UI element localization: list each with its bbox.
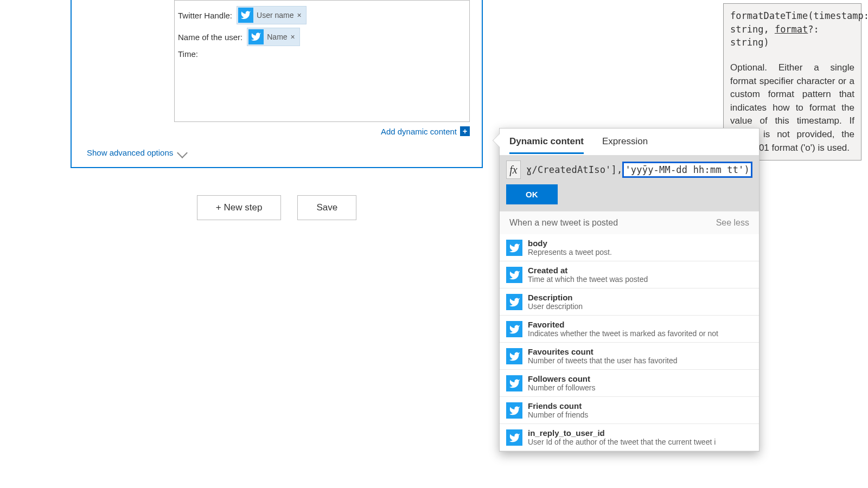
expr-highlight: 'yyȳy-MM-dd hh:mm tt') — [622, 162, 752, 178]
item-name: Friends count — [528, 401, 588, 410]
list-item[interactable]: Friends countNumber of friends — [500, 397, 759, 424]
tabs: Dynamic content Expression — [500, 129, 759, 154]
expression-input[interactable]: ɣ/CreatedAtIso'], 'yyȳy-MM-dd hh:mm tt') — [526, 162, 752, 178]
item-desc: User Id of the author of the tweet that … — [528, 438, 716, 446]
tab-expression[interactable]: Expression — [602, 136, 648, 154]
signature-text: formatDateTime(timestamp: string, format… — [730, 9, 854, 49]
chevron-down-icon — [177, 147, 188, 158]
twitter-icon — [506, 375, 522, 391]
item-desc: Indicates whether the tweet is marked as… — [528, 329, 718, 338]
item-desc: Time at which the tweet was posted — [528, 275, 648, 284]
fx-icon: fx — [506, 160, 521, 179]
expression-bar: fx ɣ/CreatedAtIso'], 'yyȳy-MM-dd hh:mm t… — [500, 155, 759, 184]
item-desc: User description — [528, 302, 583, 311]
save-button[interactable]: Save — [297, 195, 356, 220]
list-item[interactable]: DescriptionUser description — [500, 288, 759, 316]
field-label: Time: — [178, 49, 198, 59]
group-header: When a new tweet is posted See less — [500, 211, 759, 234]
action-card: Twitter Handle: User name × Name of the … — [71, 0, 483, 168]
plus-icon[interactable]: + — [460, 126, 470, 136]
twitter-icon — [506, 240, 522, 256]
item-name: Favourites count — [528, 347, 677, 356]
tab-dynamic-content[interactable]: Dynamic content — [509, 136, 584, 154]
advanced-label: Show advanced options — [87, 148, 173, 157]
item-name: Created at — [528, 266, 648, 275]
item-name: in_reply_to_user_id — [528, 428, 716, 438]
remove-icon[interactable]: × — [297, 11, 302, 20]
group-title: When a new tweet is posted — [509, 218, 618, 228]
step-buttons: + New step Save — [71, 195, 483, 220]
twitter-icon — [506, 321, 522, 337]
twitter-icon — [506, 348, 522, 364]
item-desc: Number of friends — [528, 410, 588, 419]
see-less-link[interactable]: See less — [716, 218, 749, 228]
field-name-of-user: Name of the user: Name × — [178, 28, 466, 46]
list-item[interactable]: Followers countNumber of followers — [500, 370, 759, 397]
field-label: Name of the user: — [178, 33, 242, 42]
list-item[interactable]: bodyRepresents a tweet post. — [500, 234, 759, 261]
ok-button[interactable]: OK — [506, 184, 558, 204]
item-name: Favorited — [528, 320, 718, 329]
twitter-icon — [248, 29, 264, 44]
panel-pointer — [493, 134, 500, 147]
token-text: Name — [267, 33, 287, 41]
new-step-button[interactable]: + New step — [197, 195, 282, 220]
field-time: Time: — [178, 49, 466, 59]
list-item[interactable]: Favourites countNumber of tweets that th… — [500, 343, 759, 370]
remove-icon[interactable]: × — [291, 33, 295, 41]
token-name[interactable]: Name × — [247, 28, 300, 46]
list-item[interactable]: in_reply_to_user_idUser Id of the author… — [500, 424, 759, 451]
field-label: Twitter Handle: — [178, 11, 232, 20]
dynamic-content-panel: Dynamic content Expression fx ɣ/CreatedA… — [499, 128, 760, 452]
field-twitter-handle: Twitter Handle: User name × — [178, 6, 466, 24]
dynamic-content-list[interactable]: bodyRepresents a tweet post.Created atTi… — [500, 234, 759, 451]
twitter-icon — [506, 429, 522, 446]
sig-arg: format — [775, 24, 808, 35]
twitter-icon — [506, 402, 522, 419]
twitter-icon — [506, 267, 522, 283]
item-name: Followers count — [528, 374, 596, 383]
list-item[interactable]: Created atTime at which the tweet was po… — [500, 261, 759, 288]
show-advanced-options[interactable]: Show advanced options — [87, 148, 186, 157]
twitter-icon — [506, 294, 522, 310]
list-item[interactable]: FavoritedIndicates whether the tweet is … — [500, 316, 759, 343]
item-name: body — [528, 239, 612, 248]
item-desc: Number of tweets that the user has favor… — [528, 356, 677, 365]
token-text: User name — [257, 11, 293, 20]
item-desc: Represents a tweet post. — [528, 248, 612, 256]
item-desc: Number of followers — [528, 383, 596, 392]
token-username[interactable]: User name × — [237, 6, 307, 24]
expr-left: ɣ/CreatedAtIso'], — [526, 164, 622, 175]
message-editor[interactable]: Twitter Handle: User name × Name of the … — [174, 0, 470, 122]
twitter-icon — [238, 8, 253, 23]
item-name: Description — [528, 293, 583, 302]
add-dynamic-content-link[interactable]: Add dynamic content — [381, 127, 457, 136]
